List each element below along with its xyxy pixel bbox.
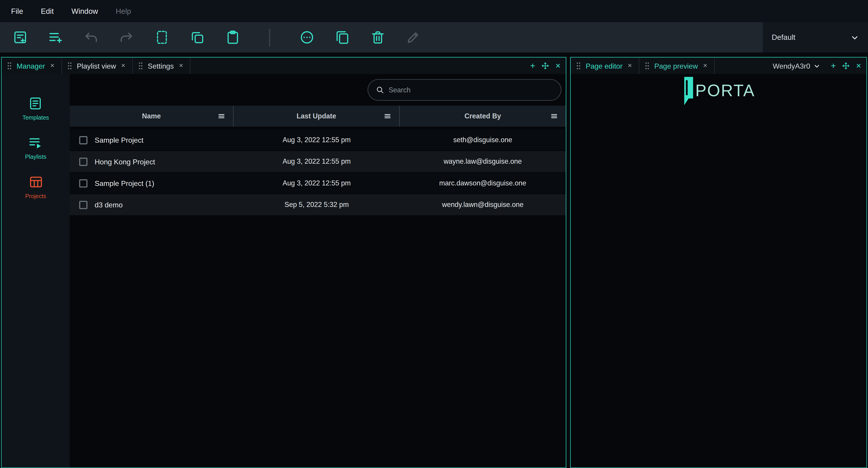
delete-button[interactable] [366,25,390,49]
tab-label: Page editor [586,62,622,70]
close-panel-icon[interactable]: ✕ [555,63,561,69]
manager-side-rail: Templates Playlists [2,74,70,467]
search-input[interactable] [389,86,553,94]
undo-icon [83,30,98,45]
paste-button[interactable] [220,25,245,49]
sidebar-item-playlists[interactable]: Playlists [25,136,46,160]
column-header-created-by[interactable]: Created By [400,106,566,127]
undo-button[interactable] [79,25,103,49]
panel-actions: + ✕ [525,58,566,74]
close-panel-icon[interactable]: ✕ [856,63,862,69]
column-menu-icon[interactable] [383,112,391,120]
pencil-icon [406,30,421,45]
porta-app-window: File Edit Window Help [0,0,868,468]
porta-logo-text: PORTA [695,81,755,100]
workspace: Manager ✕ Playlist view ✕ Settings ✕ [1,57,867,468]
porta-logo: PORTA [682,76,755,106]
edit-button[interactable] [401,25,425,49]
sidebar-item-label: Playlists [25,153,46,160]
import-template-button[interactable] [150,25,174,49]
column-menu-icon[interactable] [550,112,558,120]
column-label: Name [142,112,161,120]
manager-panel: Manager ✕ Playlist view ✕ Settings ✕ [1,57,566,468]
close-icon[interactable]: ✕ [179,63,184,69]
tab-page-preview[interactable]: Page preview ✕ [640,58,715,74]
copy-button[interactable] [185,25,209,49]
projects-view: Name Last Update [70,74,566,467]
ellipsis-circle-icon [299,30,314,45]
new-template-button[interactable] [8,25,32,49]
tab-label: Page preview [654,62,698,70]
redo-icon [119,30,134,45]
user-label: WendyA3r0 [773,62,810,70]
copy-icon [190,30,205,45]
last-update-cell: Aug 3, 2022 12:55 pm [234,172,400,194]
tabbar-spacer [715,58,773,74]
column-header-last-update[interactable]: Last Update [234,106,400,127]
add-tab-icon[interactable]: + [530,61,535,70]
tab-playlist-view[interactable]: Playlist view ✕ [62,58,133,74]
project-name: Sample Project [95,136,144,144]
drag-handle-icon[interactable] [67,62,72,70]
menu-file[interactable]: File [11,7,23,15]
more-options-button[interactable] [294,25,319,49]
close-icon[interactable]: ✕ [703,63,708,69]
row-checkbox[interactable] [79,179,88,187]
move-panel-icon[interactable] [541,62,549,70]
add-tab-icon[interactable]: + [831,61,836,70]
toolbar-row: Default [0,22,868,53]
menu-edit[interactable]: Edit [41,7,54,15]
table-row[interactable]: Hong Kong Project Aug 3, 2022 12:55 pm w… [70,151,566,172]
manager-body: Templates Playlists [2,74,566,467]
menu-window[interactable]: Window [71,7,98,15]
tab-label: Settings [148,62,174,70]
drag-handle-icon[interactable] [576,62,581,70]
search-row [70,74,566,105]
sidebar-item-templates[interactable]: Templates [23,96,49,121]
drag-handle-icon[interactable] [645,62,649,70]
playlists-icon [29,136,43,150]
menu-help[interactable]: Help [116,7,131,15]
preset-label: Default [772,33,796,42]
preset-selector[interactable]: Default [763,22,868,53]
tab-manager[interactable]: Manager ✕ [2,58,62,74]
row-checkbox[interactable] [79,201,88,209]
menu-bar: File Edit Window Help [0,0,868,22]
toolbar-separator [269,29,270,46]
column-label: Created By [464,112,501,120]
last-update-cell: Aug 3, 2022 12:55 pm [234,151,400,172]
move-panel-icon[interactable] [842,62,850,70]
table-row[interactable]: Sample Project Aug 3, 2022 12:55 pm seth… [70,130,566,151]
table-header: Name Last Update [70,106,566,127]
duplicate-button[interactable] [330,25,354,49]
row-checkbox[interactable] [79,136,88,144]
editor-tabbar: Page editor ✕ Page preview ✕ WendyA3r0 [571,58,866,74]
editor-panel: Page editor ✕ Page preview ✕ WendyA3r0 [570,57,867,468]
last-update-cell: Sep 5, 2022 5:32 pm [234,194,400,215]
sidebar-item-projects[interactable]: Projects [25,175,46,199]
tab-page-editor[interactable]: Page editor ✕ [571,58,640,74]
close-icon[interactable]: ✕ [50,63,55,69]
row-checkbox[interactable] [79,157,88,166]
templates-icon [29,96,43,111]
table-row[interactable]: Sample Project (1) Aug 3, 2022 12:55 pm … [70,172,566,194]
close-icon[interactable]: ✕ [121,63,126,69]
tab-settings[interactable]: Settings ✕ [133,58,190,74]
project-name: Sample Project (1) [95,179,154,187]
column-menu-icon[interactable] [218,112,225,120]
drag-handle-icon[interactable] [138,62,143,70]
dashed-page-icon [154,30,169,45]
tabbar-spacer [190,58,525,74]
name-cell: d3 demo [70,194,234,215]
drag-handle-icon[interactable] [7,62,12,70]
add-playlist-button[interactable] [43,25,68,49]
redo-button[interactable] [114,25,138,49]
created-by-cell: seth@disguise.one [400,130,566,151]
column-header-name[interactable]: Name [70,106,234,127]
duplicate-pages-icon [335,30,350,45]
project-name: Hong Kong Project [95,157,155,166]
table-row[interactable]: d3 demo Sep 5, 2022 5:32 pm wendy.lawn@d… [70,194,566,216]
user-dropdown[interactable]: WendyA3r0 [773,58,820,74]
search-bar[interactable] [368,79,561,101]
close-icon[interactable]: ✕ [627,63,632,69]
